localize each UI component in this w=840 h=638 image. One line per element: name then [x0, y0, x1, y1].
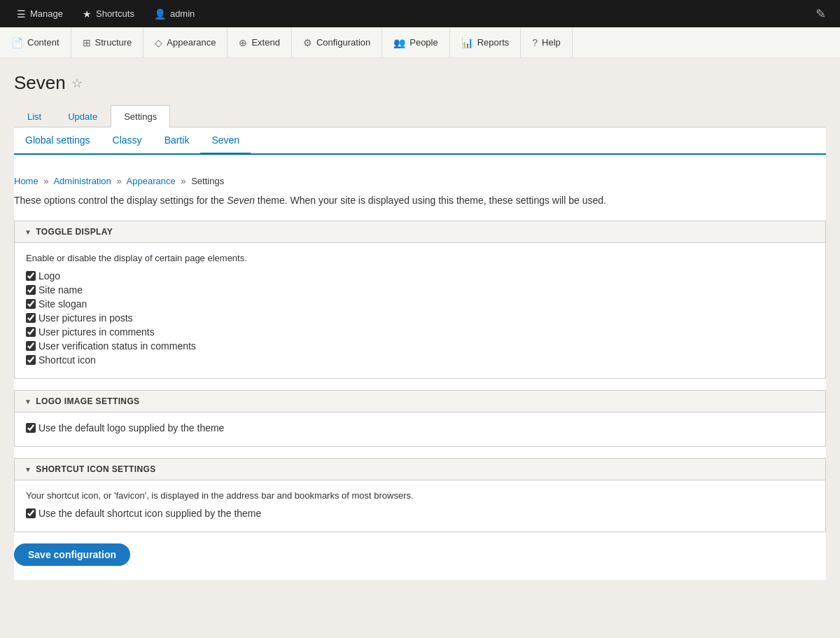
shortcut-icon-settings-arrow-icon: ▼ — [24, 466, 31, 473]
checkbox-user-verification-status-input[interactable] — [26, 341, 36, 351]
checkbox-shortcut-icon-input[interactable] — [26, 355, 36, 365]
nav-extend-label: Extend — [251, 37, 279, 48]
breadcrumb-home[interactable]: Home — [14, 176, 38, 186]
tab-settings[interactable]: Settings — [111, 105, 170, 127]
sub-tab-global-settings[interactable]: Global settings — [14, 127, 102, 155]
intro-text: These options control the display settin… — [14, 193, 826, 208]
main-nav: 📄 Content ⊞ Structure ◇ Appearance ⊕ Ext… — [0, 27, 840, 58]
logo-image-settings-title: LOGO IMAGE SETTINGS — [36, 396, 139, 406]
intro-text-start: These options control the display settin… — [14, 195, 227, 206]
nav-appearance-label: Appearance — [167, 37, 216, 48]
checkbox-user-pictures-comments: User pictures in comments — [26, 326, 814, 338]
checkbox-logo-input[interactable] — [26, 271, 36, 281]
manage-menu-item[interactable]: ☰ Manage — [7, 0, 73, 27]
breadcrumb-appearance[interactable]: Appearance — [127, 176, 176, 186]
checkbox-shortcut-icon: Shortcut icon — [26, 354, 814, 366]
nav-help[interactable]: ? Help — [521, 27, 573, 58]
favorite-star-icon[interactable]: ☆ — [71, 76, 83, 91]
nav-people[interactable]: 👥 People — [382, 27, 449, 58]
nav-content[interactable]: 📄 Content — [0, 27, 71, 58]
save-configuration-button[interactable]: Save configuration — [14, 543, 130, 566]
checkbox-site-name: Site name — [26, 284, 814, 296]
breadcrumb-sep-3: » — [181, 176, 186, 186]
nav-structure[interactable]: ⊞ Structure — [71, 27, 144, 58]
sub-tab-classy[interactable]: Classy — [102, 127, 153, 155]
page-title: Seven — [14, 72, 66, 94]
people-nav-icon: 👥 — [393, 37, 405, 48]
toggle-display-fieldset: ▼ TOGGLE DISPLAY Enable or disable the d… — [14, 221, 826, 379]
toggle-display-description: Enable or disable the display of certain… — [26, 253, 814, 263]
shortcut-icon-settings-title: SHORTCUT ICON SETTINGS — [36, 464, 155, 474]
admin-bar-left: ☰ Manage ★ Shortcuts 👤 admin — [7, 0, 204, 27]
checkbox-user-pictures-posts-input[interactable] — [26, 313, 36, 323]
admin-bar-right: ✎ — [808, 6, 833, 22]
extend-nav-icon: ⊕ — [239, 37, 247, 48]
checkbox-user-pictures-posts: User pictures in posts — [26, 312, 814, 324]
nav-configuration-label: Configuration — [316, 37, 370, 48]
structure-nav-icon: ⊞ — [83, 37, 91, 48]
nav-appearance[interactable]: ◇ Appearance — [144, 27, 227, 58]
shortcut-icon-settings-legend[interactable]: ▼ SHORTCUT ICON SETTINGS — [15, 459, 825, 480]
content-nav-icon: 📄 — [11, 37, 23, 48]
checkbox-default-shortcut-input[interactable] — [26, 508, 36, 518]
tab-list[interactable]: List — [14, 105, 55, 127]
nav-configuration[interactable]: ⚙ Configuration — [292, 27, 382, 58]
manage-icon: ☰ — [17, 8, 26, 20]
checkbox-logo: Logo — [26, 270, 814, 282]
breadcrumb: Home » Administration » Appearance » Set… — [14, 166, 826, 186]
logo-image-settings-body: Use the default logo supplied by the the… — [15, 412, 825, 446]
checkbox-default-logo: Use the default logo supplied by the the… — [26, 422, 814, 434]
checkbox-user-verification-status: User verification status in comments — [26, 340, 814, 352]
checkbox-site-name-input[interactable] — [26, 285, 36, 295]
breadcrumb-sep-1: » — [43, 176, 48, 186]
checkbox-shortcut-icon-label: Shortcut icon — [38, 354, 96, 366]
nav-help-label: Help — [542, 37, 561, 48]
toggle-display-legend[interactable]: ▼ TOGGLE DISPLAY — [15, 221, 825, 243]
manage-label: Manage — [30, 8, 63, 19]
edit-icon[interactable]: ✎ — [808, 6, 833, 22]
intro-text-end: theme. When your site is displayed using… — [255, 195, 606, 206]
shortcut-icon-settings-body: Your shortcut icon, or 'favicon', is dis… — [15, 480, 825, 532]
checkbox-default-logo-label: Use the default logo supplied by the the… — [38, 422, 224, 434]
breadcrumb-administration[interactable]: Administration — [53, 176, 111, 186]
help-nav-icon: ? — [532, 37, 538, 48]
configuration-nav-icon: ⚙ — [303, 37, 312, 48]
nav-extend[interactable]: ⊕ Extend — [227, 27, 291, 58]
appearance-nav-icon: ◇ — [155, 37, 162, 48]
tab-update[interactable]: Update — [55, 105, 111, 127]
sub-tab-bartik[interactable]: Bartik — [153, 127, 201, 155]
checkbox-user-pictures-comments-input[interactable] — [26, 327, 36, 337]
logo-image-settings-arrow-icon: ▼ — [24, 398, 31, 405]
checkbox-site-slogan-label: Site slogan — [38, 298, 87, 310]
checkbox-default-logo-input[interactable] — [26, 423, 36, 433]
nav-people-label: People — [410, 37, 438, 48]
admin-bar: ☰ Manage ★ Shortcuts 👤 admin ✎ — [0, 0, 840, 27]
star-nav-icon: ★ — [83, 8, 92, 20]
toggle-display-body: Enable or disable the display of certain… — [15, 243, 825, 378]
toggle-display-title: TOGGLE DISPLAY — [36, 227, 113, 237]
sub-tab-seven[interactable]: Seven — [200, 127, 251, 155]
checkbox-user-verification-status-label: User verification status in comments — [38, 340, 196, 352]
nav-reports-label: Reports — [477, 37, 510, 48]
checkbox-site-slogan-input[interactable] — [26, 299, 36, 309]
page-content: Seven ☆ List Update Settings Global sett… — [0, 58, 840, 638]
toggle-display-arrow-icon: ▼ — [24, 228, 31, 236]
logo-image-settings-fieldset: ▼ LOGO IMAGE SETTINGS Use the default lo… — [14, 390, 826, 447]
logo-image-settings-legend[interactable]: ▼ LOGO IMAGE SETTINGS — [15, 391, 825, 412]
intro-theme-name: Seven — [227, 195, 255, 206]
nav-content-label: Content — [27, 37, 59, 48]
shortcuts-menu-item[interactable]: ★ Shortcuts — [73, 0, 144, 27]
admin-label: admin — [170, 8, 195, 19]
checkbox-site-slogan: Site slogan — [26, 298, 814, 310]
checkbox-default-shortcut-label: Use the default shortcut icon supplied b… — [38, 508, 261, 519]
admin-menu-item[interactable]: 👤 admin — [144, 0, 204, 27]
checkbox-default-shortcut: Use the default shortcut icon supplied b… — [26, 508, 814, 519]
nav-reports[interactable]: 📊 Reports — [450, 27, 522, 58]
primary-tabs: List Update Settings — [14, 105, 826, 127]
checkbox-logo-label: Logo — [38, 270, 60, 282]
checkbox-user-pictures-comments-label: User pictures in comments — [38, 326, 155, 338]
settings-content-area: Global settings Classy Bartik Seven Home… — [14, 127, 826, 580]
shortcut-icon-settings-fieldset: ▼ SHORTCUT ICON SETTINGS Your shortcut i… — [14, 458, 826, 532]
checkbox-user-pictures-posts-label: User pictures in posts — [38, 312, 133, 324]
checkbox-site-name-label: Site name — [38, 284, 83, 296]
